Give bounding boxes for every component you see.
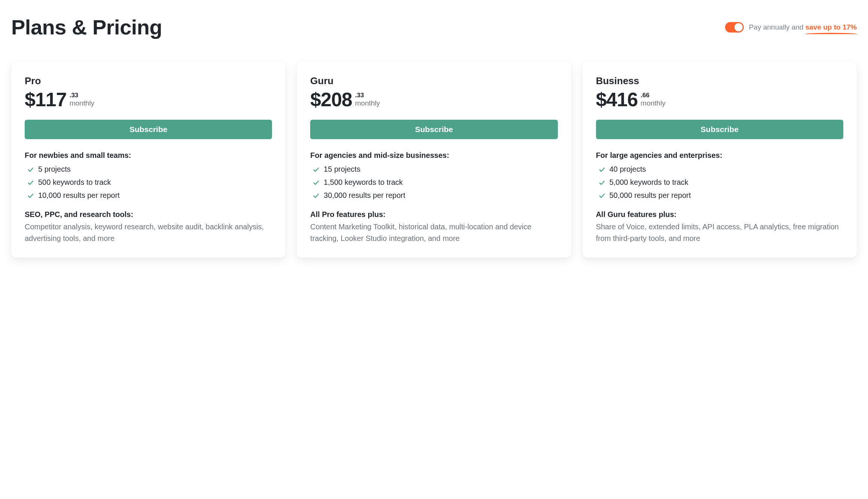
- check-icon: [28, 167, 34, 173]
- feature-item: 50,000 results per report: [596, 191, 843, 200]
- feature-text: 15 projects: [324, 165, 360, 174]
- check-icon: [313, 180, 319, 186]
- price-sub: .66 monthly: [641, 90, 666, 108]
- price-main: $208: [310, 90, 352, 109]
- check-icon: [28, 180, 34, 186]
- check-icon: [599, 180, 605, 186]
- feature-text: 50,000 results per report: [609, 191, 691, 200]
- feature-item: 10,000 results per report: [25, 191, 272, 200]
- feature-item: 5,000 keywords to track: [596, 178, 843, 187]
- toggle-knob: [734, 23, 743, 31]
- audience-heading: For agencies and mid-size businesses:: [310, 151, 557, 160]
- check-icon: [599, 167, 605, 173]
- feature-item: 500 keywords to track: [25, 178, 272, 187]
- plan-name: Business: [596, 75, 843, 87]
- feature-item: 30,000 results per report: [310, 191, 557, 200]
- feature-list: 40 projects 5,000 keywords to track 50,0…: [596, 165, 843, 200]
- feature-text: 40 projects: [609, 165, 646, 174]
- price-row: $208 .33 monthly: [310, 90, 557, 109]
- price-period: monthly: [641, 99, 666, 108]
- price-row: $117 .33 monthly: [25, 90, 272, 109]
- audience-heading: For large agencies and enterprises:: [596, 151, 843, 160]
- extras-body: Content Marketing Toolkit, historical da…: [310, 221, 557, 244]
- plan-card-guru: Guru $208 .33 monthly Subscribe For agen…: [297, 62, 571, 258]
- extras-body: Competitor analysis, keyword research, w…: [25, 221, 272, 244]
- audience-heading: For newbies and small teams:: [25, 151, 272, 160]
- feature-text: 1,500 keywords to track: [324, 178, 403, 187]
- subscribe-button[interactable]: Subscribe: [310, 120, 557, 139]
- feature-text: 10,000 results per report: [38, 191, 120, 200]
- annual-toggle-section: Pay annually and save up to 17%: [725, 22, 857, 33]
- feature-text: 30,000 results per report: [324, 191, 405, 200]
- header-row: Plans & Pricing Pay annually and save up…: [11, 15, 857, 39]
- extras-heading: All Pro features plus:: [310, 210, 557, 219]
- price-cents: .33: [70, 92, 95, 98]
- feature-item: 1,500 keywords to track: [310, 178, 557, 187]
- subscribe-button[interactable]: Subscribe: [596, 120, 843, 139]
- subscribe-button[interactable]: Subscribe: [25, 120, 272, 139]
- price-cents: .66: [641, 92, 666, 98]
- price-main: $117: [25, 90, 67, 109]
- feature-text: 5,000 keywords to track: [609, 178, 688, 187]
- annual-toggle[interactable]: [725, 22, 744, 33]
- check-icon: [313, 193, 319, 199]
- feature-item: 40 projects: [596, 165, 843, 174]
- price-cents: .33: [355, 92, 380, 98]
- feature-item: 15 projects: [310, 165, 557, 174]
- price-main: $416: [596, 90, 638, 109]
- page-title: Plans & Pricing: [11, 15, 162, 39]
- pricing-cards: Pro $117 .33 monthly Subscribe For newbi…: [11, 62, 857, 258]
- price-period: monthly: [355, 99, 380, 108]
- price-sub: .33 monthly: [70, 90, 95, 108]
- check-icon: [313, 167, 319, 173]
- plan-card-business: Business $416 .66 monthly Subscribe For …: [583, 62, 857, 258]
- extras-heading: All Guru features plus:: [596, 210, 843, 219]
- feature-text: 5 projects: [38, 165, 71, 174]
- feature-item: 5 projects: [25, 165, 272, 174]
- price-row: $416 .66 monthly: [596, 90, 843, 109]
- feature-text: 500 keywords to track: [38, 178, 111, 187]
- toggle-highlight: save up to 17%: [806, 23, 857, 31]
- price-period: monthly: [70, 99, 95, 108]
- price-sub: .33 monthly: [355, 90, 380, 108]
- extras-body: Share of Voice, extended limits, API acc…: [596, 221, 843, 244]
- extras-heading: SEO, PPC, and research tools:: [25, 210, 272, 219]
- annual-toggle-label: Pay annually and save up to 17%: [749, 23, 857, 31]
- check-icon: [28, 193, 34, 199]
- feature-list: 5 projects 500 keywords to track 10,000 …: [25, 165, 272, 200]
- check-icon: [599, 193, 605, 199]
- plan-card-pro: Pro $117 .33 monthly Subscribe For newbi…: [11, 62, 285, 258]
- toggle-prefix: Pay annually and: [749, 23, 806, 31]
- feature-list: 15 projects 1,500 keywords to track 30,0…: [310, 165, 557, 200]
- plan-name: Guru: [310, 75, 557, 87]
- plan-name: Pro: [25, 75, 272, 87]
